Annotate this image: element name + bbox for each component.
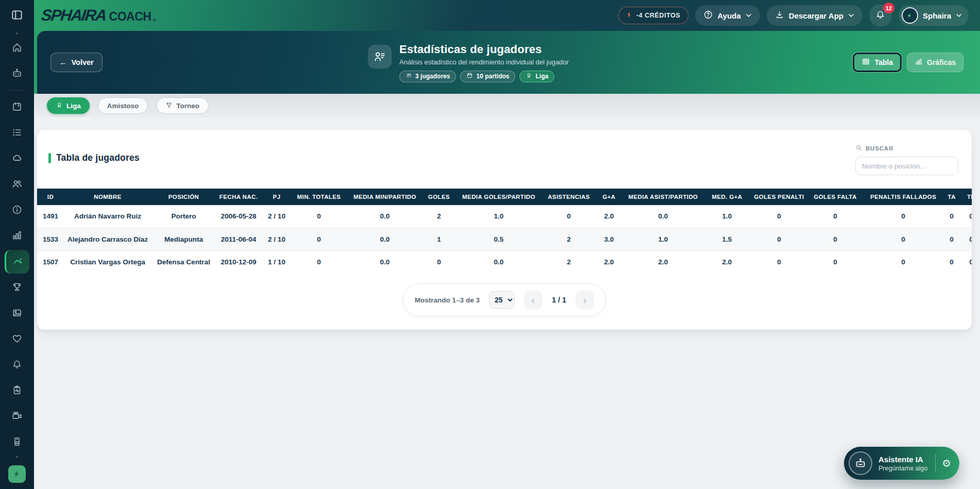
sidebar-item-reports[interactable] — [5, 379, 29, 402]
table-cell: 1533 — [37, 228, 64, 250]
sidebar-item-health[interactable] — [5, 327, 29, 351]
table-cell: 0 — [961, 228, 972, 250]
table-row[interactable]: 1507Cristian Vargas OrtegaDefensa Centra… — [37, 250, 972, 273]
table-cell: 0 — [806, 250, 864, 273]
gear-icon[interactable]: ⚙ — [942, 457, 951, 469]
sidebar-item-assistant[interactable] — [5, 62, 29, 86]
line-chart-icon — [12, 256, 24, 268]
sidebar-item-notifications[interactable] — [5, 353, 29, 377]
table-cell: 3.0 — [594, 228, 624, 250]
sidebar-item-player-stats[interactable] — [5, 250, 29, 274]
previous-page-button[interactable]: ‹ — [524, 291, 543, 309]
table-cell: 2.0 — [702, 250, 752, 273]
back-button[interactable]: ← Volver — [50, 53, 103, 72]
help-button[interactable]: Ayuda — [695, 5, 760, 26]
column-header[interactable]: ID — [37, 189, 64, 205]
view-toggle: Tabla Gráficas — [646, 53, 964, 72]
column-header[interactable]: G+A — [594, 189, 624, 205]
chevron-down-icon — [956, 13, 962, 18]
sidebar-item-competitions[interactable] — [5, 276, 29, 299]
sidebar-item-media[interactable] — [5, 301, 29, 325]
column-header[interactable]: MEDIA GOLES/PARTIDO — [454, 189, 544, 205]
column-header[interactable]: POSICIÓN — [151, 189, 216, 205]
table-cell: 0 — [752, 228, 806, 250]
competition-filters: Liga Amistoso Torneo — [34, 94, 980, 117]
sidebar-toggle-button[interactable] — [10, 8, 24, 23]
table-cell: 0 — [752, 250, 806, 273]
filter-chip-torneo[interactable]: Torneo — [156, 97, 209, 114]
info-icon — [11, 204, 23, 217]
column-header[interactable]: TR — [961, 189, 972, 205]
stats-table: IDNOMBREPOSICIÓNFECHA NAC.PJMIN. TOTALES… — [37, 189, 972, 273]
download-label: Descargar App — [789, 11, 843, 20]
table-cell: 0 — [942, 205, 961, 228]
table-cell: 2011-06-04 — [216, 228, 261, 250]
column-header[interactable]: FECHA NAC. — [216, 189, 261, 205]
column-header[interactable]: MIN. TOTALES — [292, 189, 346, 205]
brand-logo[interactable]: SPHAIRA COACH® — [41, 6, 151, 25]
competition-badge: Liga — [519, 71, 554, 82]
table-cell: 2 / 10 — [261, 228, 292, 250]
column-header[interactable]: MEDIA MIN/PARTIDO — [346, 189, 424, 205]
column-header[interactable]: GOLES — [424, 189, 454, 205]
credits-badge[interactable]: -4 CRÉDITOS — [618, 7, 688, 24]
sidebar-item-calendar[interactable] — [5, 95, 29, 119]
column-header[interactable]: GOLES FALTA — [806, 189, 864, 205]
chevron-down-icon — [746, 13, 752, 18]
column-header[interactable]: NOMBRE — [64, 189, 151, 205]
table-cell: 1.0 — [454, 205, 544, 228]
table-cell: 0 — [544, 205, 594, 228]
players-count-badge: 3 jugadores — [399, 71, 456, 82]
table-cell: 2 — [424, 205, 454, 228]
table-cell: 0 — [806, 205, 864, 228]
tab-graficas[interactable]: Gráficas — [907, 53, 964, 72]
column-header[interactable]: MED. G+A — [702, 189, 752, 205]
tab-tabla[interactable]: Tabla — [853, 53, 902, 72]
sphaira-logo[interactable] — [8, 465, 26, 483]
device-icon — [11, 436, 23, 449]
download-app-button[interactable]: Descargar App — [767, 5, 863, 26]
sidebar-item-info[interactable] — [5, 198, 29, 222]
column-header[interactable]: TA — [942, 189, 961, 205]
sidebar-item-stats[interactable] — [5, 224, 29, 248]
table-cell: 1.0 — [702, 205, 752, 228]
user-menu[interactable]: Sphaira — [899, 5, 969, 26]
sidebar-item-video[interactable] — [5, 404, 29, 428]
sidebar-scroll-up-icon[interactable]: ▲ — [15, 31, 19, 35]
matches-count-badge: 10 partidos — [460, 71, 515, 82]
column-header[interactable]: PENALTIS FALLADOS — [864, 189, 942, 205]
sidebar-scroll-down-icon[interactable]: ▼ — [15, 455, 19, 459]
sidebar-item-users[interactable] — [5, 173, 29, 196]
filter-chip-amistoso[interactable]: Amistoso — [98, 97, 148, 114]
column-header[interactable]: GOLES PENALTI — [752, 189, 806, 205]
column-header[interactable]: PJ — [261, 189, 292, 205]
assistant-title: Asistente IA — [878, 455, 927, 464]
sidebar-item-device[interactable] — [5, 430, 29, 454]
table-cell: 2 — [544, 228, 594, 250]
help-label: Ayuda — [718, 11, 741, 20]
page-size-select[interactable]: 25 — [489, 291, 515, 309]
filter-chip-liga[interactable]: Liga — [47, 97, 90, 114]
page-title: Estadísticas de jugadores — [399, 43, 569, 56]
table-cell: 2.0 — [594, 250, 624, 273]
table-cell: 1491 — [37, 205, 64, 228]
next-page-button[interactable]: › — [576, 291, 594, 309]
table-cell: 2 / 10 — [261, 205, 292, 228]
sidebar-item-list[interactable] — [5, 121, 29, 145]
card-title-block: Tabla de jugadores — [48, 153, 140, 163]
sidebar-item-home[interactable] — [5, 36, 29, 60]
column-header[interactable]: ASISTENCIAS — [544, 189, 594, 205]
column-header[interactable]: MEDIA ASIST/PARTIDO — [624, 189, 702, 205]
sidebar-item-cloud[interactable] — [5, 147, 29, 171]
search-input[interactable] — [855, 157, 958, 175]
table-cell: 0.0 — [454, 250, 544, 273]
ai-assistant-widget[interactable]: Asistente IA Pregúntame algo ⚙ — [844, 447, 959, 480]
calendar-icon — [11, 101, 23, 114]
image-icon — [11, 307, 23, 320]
table-cell: 0.0 — [346, 205, 424, 228]
notifications-button[interactable]: 12 — [869, 4, 892, 27]
table-cell: 1.5 — [702, 228, 752, 250]
table-row[interactable]: 1491Adrián Navarro RuizPortero2006-05-28… — [37, 205, 972, 228]
bell-icon — [11, 359, 23, 372]
table-row[interactable]: 1533Alejandro Carrasco DíazMediapunta201… — [37, 228, 972, 250]
